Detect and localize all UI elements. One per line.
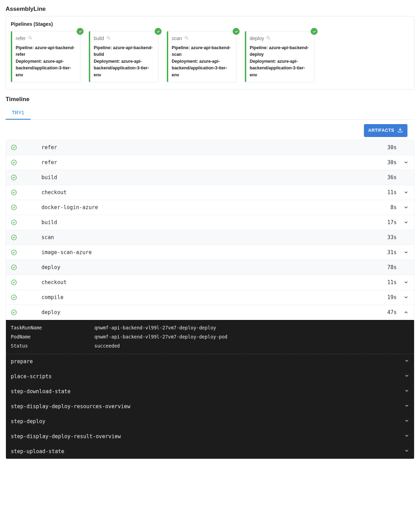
timeline-group-refer: refer 30s xyxy=(6,140,414,155)
timeline-item-docker-login-azure[interactable]: docker-login-azure 8s xyxy=(6,200,414,215)
row-name: build xyxy=(41,219,382,226)
row-duration: 11s xyxy=(387,189,397,196)
meta-value: qnwmf-api-backend-vl99l-27vm7-deploy-dep… xyxy=(94,325,216,330)
stage-body: Pipeline: azure-api-backend-refer Deploy… xyxy=(16,45,77,78)
chevron-down-icon[interactable] xyxy=(403,205,409,210)
search-icon[interactable] xyxy=(28,36,32,41)
search-icon[interactable] xyxy=(106,36,111,41)
check-badge-icon xyxy=(77,28,84,35)
chevron-down-icon xyxy=(404,418,409,424)
row-duration: 33s xyxy=(387,234,397,241)
stage-name: refer xyxy=(16,36,26,41)
row-duration: 47s xyxy=(387,309,397,315)
chevron-down-icon[interactable] xyxy=(403,280,409,285)
step-name: step-deploy xyxy=(11,418,45,425)
success-icon xyxy=(11,174,18,181)
timeline-group-deploy: deploy 78s xyxy=(6,260,414,275)
step-row-step-display-deploy-resources-overview[interactable]: step-display-deploy-resources-overview xyxy=(6,399,414,414)
artifacts-button[interactable]: ARTIFACTS xyxy=(364,124,407,137)
timeline-item-refer[interactable]: refer 30s xyxy=(6,155,414,170)
timeline-item-build[interactable]: build 17s xyxy=(6,215,414,230)
row-name: deploy xyxy=(41,309,382,315)
row-name: checkout xyxy=(41,279,382,285)
search-icon[interactable] xyxy=(266,36,271,41)
success-icon xyxy=(11,144,18,151)
success-icon xyxy=(11,249,18,256)
step-name: step-download-state xyxy=(11,388,71,395)
stage-head: build xyxy=(94,36,155,41)
chevron-down-icon[interactable] xyxy=(403,160,409,165)
timeline-title: Timeline xyxy=(6,96,414,103)
chevron-up-icon[interactable] xyxy=(403,310,409,315)
step-row-step-download-state[interactable]: step-download-state xyxy=(6,384,414,399)
meta-value: qnwmf-api-backend-vl99l-27vm7-deploy-dep… xyxy=(94,334,227,340)
row-name: image-scan-azure xyxy=(41,249,382,256)
assemblyline-title: AssemblyLine xyxy=(6,6,414,13)
stage-body: Pipeline: azure-api-backend-build Deploy… xyxy=(94,45,155,78)
chevron-down-icon xyxy=(404,403,409,409)
step-name: prepare xyxy=(11,358,33,365)
success-icon xyxy=(11,219,18,226)
row-name: compile xyxy=(41,294,382,300)
step-row-prepare[interactable]: prepare xyxy=(6,354,414,369)
chevron-down-icon xyxy=(404,448,409,454)
row-duration: 30s xyxy=(387,144,397,151)
step-name: step-display-deploy-result-overview xyxy=(11,433,121,440)
timeline-item-image-scan-azure[interactable]: image-scan-azure 31s xyxy=(6,245,414,260)
step-row-place-scripts[interactable]: place-scripts xyxy=(6,369,414,384)
stage-name: build xyxy=(94,36,104,41)
row-duration: 19s xyxy=(387,294,397,300)
success-icon xyxy=(11,294,18,300)
row-duration: 8s xyxy=(390,204,397,211)
row-duration: 36s xyxy=(387,174,397,181)
timeline-item-deploy[interactable]: deploy 47s xyxy=(6,305,414,320)
stage-head: deploy xyxy=(250,36,311,41)
check-badge-icon xyxy=(155,28,162,35)
stage-card-build[interactable]: build Pipeline: azure-api-backend-build … xyxy=(89,31,158,82)
chevron-down-icon[interactable] xyxy=(403,295,409,300)
success-icon xyxy=(11,159,18,166)
stage-head: scan xyxy=(172,36,233,41)
timeline-group-scan: scan 33s xyxy=(6,230,414,245)
success-icon xyxy=(11,309,18,315)
row-name: refer xyxy=(41,159,382,166)
pipelines-panel-title: Pipelines (Stages) xyxy=(11,21,409,27)
row-name: scan xyxy=(41,234,382,241)
stage-card-refer[interactable]: refer Pipeline: azure-api-backend-refer … xyxy=(11,31,80,82)
meta-key: Status xyxy=(11,343,94,349)
row-duration: 30s xyxy=(387,159,397,166)
step-row-step-deploy[interactable]: step-deploy xyxy=(6,414,414,429)
meta-key: TaskRunName xyxy=(11,325,94,330)
cloud-download-icon xyxy=(397,127,403,134)
row-duration: 31s xyxy=(387,249,397,256)
stage-body: Pipeline: azure-api-backend-deploy Deplo… xyxy=(250,45,311,78)
timeline-item-checkout[interactable]: checkout 11s xyxy=(6,275,414,290)
success-icon xyxy=(11,279,18,285)
chevron-down-icon[interactable] xyxy=(403,250,409,255)
step-row-step-display-deploy-result-overview[interactable]: step-display-deploy-result-overview xyxy=(6,429,414,444)
step-row-step-upload-state[interactable]: step-upload-state xyxy=(6,444,414,459)
stage-head: refer xyxy=(16,36,77,41)
meta-key: PodName xyxy=(11,334,94,340)
stage-card-scan[interactable]: scan Pipeline: azure-api-backend-scan De… xyxy=(167,31,236,82)
stage-card-deploy[interactable]: deploy Pipeline: azure-api-backend-deplo… xyxy=(245,31,314,82)
timeline-group-build: build 36s xyxy=(6,170,414,185)
chevron-down-icon xyxy=(404,433,409,439)
success-icon xyxy=(11,234,18,241)
success-icon xyxy=(11,264,18,271)
stage-name: scan xyxy=(172,36,182,41)
pipelines-panel: Pipelines (Stages) refer Pipeline: azure… xyxy=(6,16,414,90)
chevron-down-icon[interactable] xyxy=(403,220,409,225)
step-name: place-scripts xyxy=(11,373,52,380)
timeline-item-compile[interactable]: compile 19s xyxy=(6,290,414,305)
row-name: deploy xyxy=(41,264,382,271)
search-icon[interactable] xyxy=(184,36,189,41)
check-badge-icon xyxy=(311,28,318,35)
chevron-down-icon[interactable] xyxy=(403,190,409,195)
check-badge-icon xyxy=(233,28,240,35)
chevron-down-icon xyxy=(404,388,409,394)
row-duration: 11s xyxy=(387,279,397,285)
meta-value: succeeded xyxy=(94,343,120,349)
timeline-item-checkout[interactable]: checkout 11s xyxy=(6,185,414,200)
tab-try1[interactable]: TRY1 xyxy=(6,106,31,120)
